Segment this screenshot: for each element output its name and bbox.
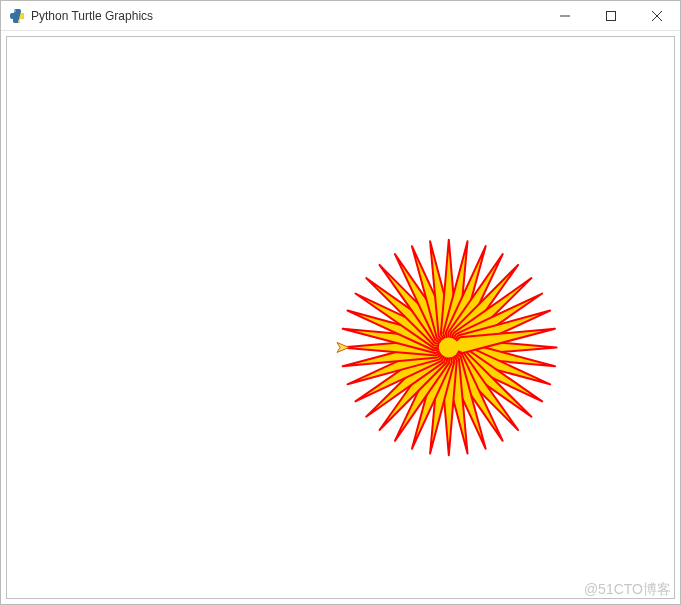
python-turtle-icon <box>9 8 25 24</box>
close-button[interactable] <box>634 1 680 31</box>
maximize-button[interactable] <box>588 1 634 31</box>
canvas-frame <box>6 36 675 599</box>
sun-graphic <box>341 240 557 456</box>
window-controls <box>542 1 680 30</box>
turtle-canvas <box>7 37 674 598</box>
application-window: Python Turtle Graphics <box>0 0 681 605</box>
sun-center-dot <box>439 337 459 357</box>
svg-rect-3 <box>607 12 616 21</box>
svg-point-1 <box>18 20 19 21</box>
minimize-button[interactable] <box>542 1 588 31</box>
turtle-cursor-icon <box>337 342 349 352</box>
svg-point-0 <box>14 10 15 11</box>
window-title: Python Turtle Graphics <box>31 9 153 23</box>
titlebar[interactable]: Python Turtle Graphics <box>1 1 680 31</box>
